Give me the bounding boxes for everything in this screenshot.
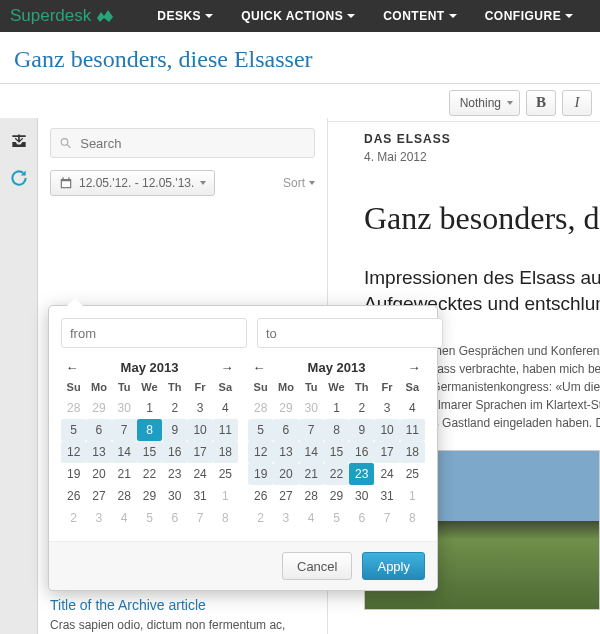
day-cell[interactable]: 29	[324, 485, 349, 507]
date-range-button[interactable]: 12.05.'12. - 12.05.'13.	[50, 170, 215, 196]
brand[interactable]: Superdesk	[10, 6, 113, 26]
day-cell[interactable]: 10	[187, 419, 212, 441]
calendar-grid[interactable]: 2829301234567891011121314151617181920212…	[248, 397, 425, 529]
day-cell[interactable]: 3	[374, 397, 399, 419]
day-cell[interactable]: 5	[248, 419, 273, 441]
day-cell[interactable]: 6	[162, 507, 187, 529]
day-cell[interactable]: 11	[213, 419, 238, 441]
refresh-icon[interactable]	[9, 168, 29, 188]
sort-dropdown[interactable]: Sort	[283, 176, 315, 190]
day-cell[interactable]: 31	[187, 485, 212, 507]
day-cell[interactable]: 9	[162, 419, 187, 441]
search-input[interactable]	[72, 136, 306, 151]
day-cell[interactable]: 13	[86, 441, 111, 463]
day-cell[interactable]: 1	[137, 397, 162, 419]
day-cell[interactable]: 7	[299, 419, 324, 441]
day-cell[interactable]: 15	[137, 441, 162, 463]
day-cell[interactable]: 5	[137, 507, 162, 529]
day-cell[interactable]: 14	[112, 441, 137, 463]
day-cell[interactable]: 2	[162, 397, 187, 419]
style-dropdown[interactable]: Nothing	[449, 90, 520, 116]
day-cell[interactable]: 20	[273, 463, 298, 485]
day-cell[interactable]: 30	[112, 397, 137, 419]
day-cell[interactable]: 12	[61, 441, 86, 463]
day-cell[interactable]: 3	[273, 507, 298, 529]
day-cell[interactable]: 17	[374, 441, 399, 463]
day-cell[interactable]: 28	[248, 397, 273, 419]
day-cell[interactable]: 2	[248, 507, 273, 529]
next-month-button[interactable]: →	[218, 360, 236, 375]
day-cell[interactable]: 14	[299, 441, 324, 463]
day-cell[interactable]: 3	[187, 397, 212, 419]
day-cell[interactable]: 1	[213, 485, 238, 507]
apply-button[interactable]: Apply	[362, 552, 425, 580]
day-cell[interactable]: 2	[61, 507, 86, 529]
day-cell[interactable]: 8	[137, 419, 162, 441]
day-cell[interactable]: 24	[374, 463, 399, 485]
day-cell[interactable]: 19	[61, 463, 86, 485]
day-cell[interactable]: 4	[400, 397, 425, 419]
italic-button[interactable]: I	[562, 90, 592, 116]
day-cell[interactable]: 6	[86, 419, 111, 441]
day-cell[interactable]: 26	[248, 485, 273, 507]
day-cell[interactable]: 25	[213, 463, 238, 485]
to-input[interactable]	[257, 318, 443, 348]
day-cell[interactable]: 20	[86, 463, 111, 485]
day-cell[interactable]: 8	[324, 419, 349, 441]
day-cell[interactable]: 26	[61, 485, 86, 507]
day-cell[interactable]: 4	[213, 397, 238, 419]
day-cell[interactable]: 4	[299, 507, 324, 529]
day-cell[interactable]: 6	[273, 419, 298, 441]
day-cell[interactable]: 16	[162, 441, 187, 463]
day-cell[interactable]: 19	[248, 463, 273, 485]
day-cell[interactable]: 9	[349, 419, 374, 441]
nav-desks[interactable]: DESKS	[143, 9, 227, 23]
day-cell[interactable]: 21	[112, 463, 137, 485]
day-cell[interactable]: 22	[324, 463, 349, 485]
day-cell[interactable]: 18	[400, 441, 425, 463]
day-cell[interactable]: 16	[349, 441, 374, 463]
day-cell[interactable]: 30	[162, 485, 187, 507]
day-cell[interactable]: 23	[162, 463, 187, 485]
day-cell[interactable]: 8	[400, 507, 425, 529]
prev-month-button[interactable]: ←	[63, 360, 81, 375]
day-cell[interactable]: 28	[61, 397, 86, 419]
day-cell[interactable]: 13	[273, 441, 298, 463]
day-cell[interactable]: 8	[213, 507, 238, 529]
cancel-button[interactable]: Cancel	[282, 552, 352, 580]
day-cell[interactable]: 5	[324, 507, 349, 529]
day-cell[interactable]: 31	[374, 485, 399, 507]
day-cell[interactable]: 23	[349, 463, 374, 485]
day-cell[interactable]: 11	[400, 419, 425, 441]
day-cell[interactable]: 2	[349, 397, 374, 419]
day-cell[interactable]: 30	[299, 397, 324, 419]
day-cell[interactable]: 21	[299, 463, 324, 485]
prev-month-button[interactable]: ←	[250, 360, 268, 375]
day-cell[interactable]: 7	[112, 419, 137, 441]
day-cell[interactable]: 27	[273, 485, 298, 507]
day-cell[interactable]: 4	[112, 507, 137, 529]
calendar-grid[interactable]: 2829301234567891011121314151617181920212…	[61, 397, 238, 529]
nav-quick-actions[interactable]: QUICK ACTIONS	[227, 9, 369, 23]
day-cell[interactable]: 1	[324, 397, 349, 419]
nav-content[interactable]: CONTENT	[369, 9, 471, 23]
day-cell[interactable]: 12	[248, 441, 273, 463]
day-cell[interactable]: 17	[187, 441, 212, 463]
day-cell[interactable]: 1	[400, 485, 425, 507]
day-cell[interactable]: 3	[86, 507, 111, 529]
search-box[interactable]	[50, 128, 315, 158]
day-cell[interactable]: 27	[86, 485, 111, 507]
day-cell[interactable]: 29	[137, 485, 162, 507]
bold-button[interactable]: B	[526, 90, 556, 116]
inbox-icon[interactable]	[9, 132, 29, 152]
nav-configure[interactable]: CONFIGURE	[471, 9, 588, 23]
day-cell[interactable]: 25	[400, 463, 425, 485]
day-cell[interactable]: 7	[374, 507, 399, 529]
day-cell[interactable]: 29	[86, 397, 111, 419]
day-cell[interactable]: 15	[324, 441, 349, 463]
next-month-button[interactable]: →	[405, 360, 423, 375]
day-cell[interactable]: 6	[349, 507, 374, 529]
day-cell[interactable]: 10	[374, 419, 399, 441]
day-cell[interactable]: 18	[213, 441, 238, 463]
day-cell[interactable]: 29	[273, 397, 298, 419]
